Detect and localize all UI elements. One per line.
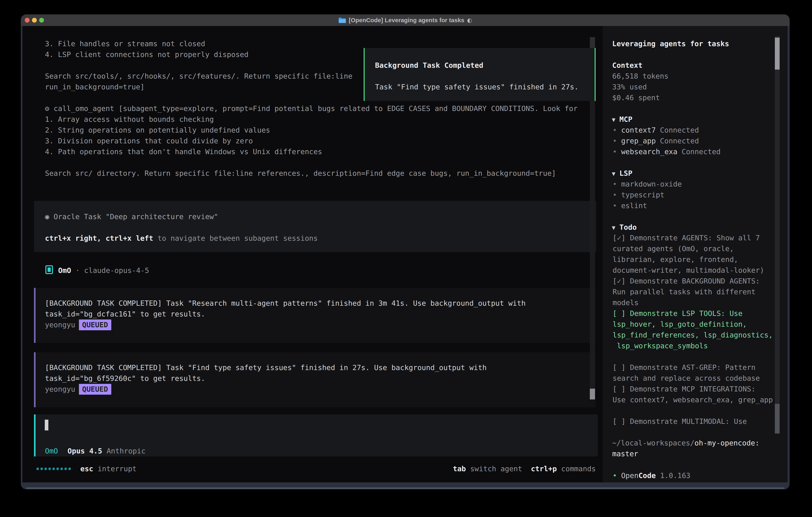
app-name-bold: Code bbox=[638, 471, 656, 480]
mcp-item: •websearch_exaConnected bbox=[613, 146, 721, 157]
version-row: •OpenCode 1.0.163 bbox=[613, 470, 690, 481]
folder-icon bbox=[339, 17, 346, 23]
agent-header: OmO · claude-opus-4-5 bbox=[46, 265, 149, 276]
todo-line: librarian, explore, frontend, bbox=[613, 254, 738, 265]
todo-line: [ ] Demonstrate AST-GREP: Pattern bbox=[613, 362, 755, 373]
bullet-icon: • bbox=[613, 201, 617, 210]
tab-key-label: tab bbox=[453, 465, 466, 473]
todo-section-header[interactable]: ▼Todo bbox=[612, 222, 637, 233]
bullet-icon: • bbox=[613, 126, 617, 134]
input-provider-name: Anthropic bbox=[107, 447, 145, 455]
spinner-dot bbox=[40, 468, 43, 470]
message-line: [BACKGROUND TASK COMPLETED] Task "Find t… bbox=[45, 362, 487, 373]
status-dot-icon: • bbox=[613, 471, 617, 480]
mcp-name: context7 bbox=[621, 126, 656, 134]
mcp-name: websearch_exa bbox=[621, 147, 677, 156]
chat-scrollbar-thumb[interactable] bbox=[590, 389, 595, 400]
toast-body: Task "Find type safety issues" finished … bbox=[375, 82, 579, 92]
lsp-heading: LSP bbox=[619, 169, 632, 177]
tool-call-line: Search src/ directory. Return specific f… bbox=[45, 168, 556, 179]
author-name: yeongyu bbox=[45, 321, 75, 329]
interrupt-label: interrupt bbox=[93, 465, 137, 473]
input-agent-name[interactable]: OmO bbox=[45, 447, 58, 455]
window-title: [OpenCode] Leveraging agents for tasks bbox=[349, 17, 464, 24]
scrollback-line: run_in_background=true] bbox=[45, 82, 145, 92]
hint-shortcut-right: ctrl+x right, bbox=[45, 234, 106, 242]
input-status-row: OmOOpus 4.5Anthropic bbox=[45, 446, 146, 456]
spinner-dot bbox=[49, 468, 51, 470]
workspace-path: ~/local-workspaces/oh-my-opencode: bbox=[612, 438, 759, 448]
app-name-regular: Open bbox=[621, 471, 639, 480]
tool-call-line: 2. String operations on potentially unde… bbox=[45, 125, 270, 136]
toast-notification bbox=[364, 48, 596, 101]
todo-line: [✓] Demonstrate AGENTS: Show all 7 bbox=[613, 233, 760, 243]
spinner-dot bbox=[57, 468, 59, 470]
author-name: yeongyu bbox=[45, 385, 75, 393]
half-moon-icon: ◐ bbox=[467, 17, 472, 24]
context-spent: $0.46 spent bbox=[612, 92, 660, 103]
mcp-item: •context7Connected bbox=[613, 125, 699, 136]
mcp-status: Connected bbox=[682, 147, 721, 156]
subagent-nav-hint: ctrl+x right, ctrl+x left to navigate be… bbox=[45, 233, 318, 244]
omo-agent-icon bbox=[46, 265, 53, 274]
message-line: task_id="bg_dcfac161" to get results. bbox=[45, 309, 205, 320]
hint-description: to navigate between subagent sessions bbox=[157, 234, 318, 242]
message-meta: yeongyuQUEUED bbox=[45, 384, 111, 394]
separator-dot: · bbox=[71, 266, 84, 274]
lsp-item: •markdown-oxide bbox=[613, 179, 682, 190]
todo-line-active: lsp_workspace_symbols bbox=[613, 341, 708, 351]
scrollback-line: 4. LSP client connections not properly d… bbox=[45, 49, 249, 60]
todo-line: [ ] Demonstrate MULTIMODAL: Use bbox=[613, 416, 747, 427]
agent-name: OmO bbox=[58, 266, 71, 274]
tool-call-line: 4. Path operations that don't handle Win… bbox=[45, 146, 322, 157]
window-bottom-edge bbox=[26, 488, 784, 489]
tool-call-line: 3. Division operations that could divide… bbox=[45, 136, 253, 146]
mcp-status: Connected bbox=[660, 137, 699, 145]
todo-line: Run parallel tasks with different bbox=[613, 287, 755, 297]
queued-badge: QUEUED bbox=[79, 320, 111, 330]
mcp-status: Connected bbox=[660, 126, 699, 134]
session-title: Leveraging agents for tasks bbox=[612, 38, 729, 49]
gear-icon: ⚙ bbox=[45, 104, 54, 113]
todo-line-active: lsp_find_references, lsp_diagnostics, bbox=[613, 330, 773, 341]
spinner-dot bbox=[68, 468, 71, 470]
oracle-task-text: Oracle Task "Deep architecture review" bbox=[54, 213, 218, 221]
mcp-name: grep_app bbox=[621, 137, 656, 145]
chat-scrollbar-top-segment bbox=[590, 37, 595, 48]
lsp-name: typescript bbox=[621, 191, 665, 199]
window-title-row: [OpenCode] Leveraging agents for tasks ◐ bbox=[21, 15, 790, 26]
spinner-dot bbox=[36, 468, 39, 470]
hint-shortcut-left: ctrl+x left bbox=[106, 234, 157, 242]
context-heading: Context bbox=[612, 60, 643, 71]
todo-line: Use context7, websearch_exa, grep_app bbox=[613, 394, 773, 405]
tool-call-line: ⚙ call_omo_agent [subagent_type=explore,… bbox=[45, 103, 578, 114]
lsp-section-header[interactable]: ▼LSP bbox=[612, 168, 632, 179]
todo-line: [✓] Demonstrate BACKGROUND AGENTS: bbox=[613, 276, 760, 287]
oracle-task-box bbox=[34, 201, 596, 252]
bullet-icon: • bbox=[613, 137, 617, 145]
mcp-heading: MCP bbox=[619, 115, 632, 124]
message-line: task_id="bg_6f59260c" to get results. bbox=[45, 373, 205, 384]
todo-line: search and replace across codebase bbox=[613, 373, 760, 384]
spinner-dot bbox=[45, 468, 47, 470]
app-version: 1.0.163 bbox=[656, 471, 690, 480]
lsp-name: eslint bbox=[621, 201, 647, 210]
message-meta: yeongyuQUEUED bbox=[45, 320, 111, 330]
oracle-task-title: ◉ Oracle Task "Deep architecture review" bbox=[45, 211, 218, 222]
spinner-dot bbox=[64, 468, 67, 470]
switch-agent-label: switch agent bbox=[466, 465, 531, 473]
esc-key-label: esc bbox=[80, 465, 93, 473]
sidebar-scrollbar-track[interactable] bbox=[775, 36, 780, 434]
scrollback-line: Search src/tools/, src/hooks/, src/featu… bbox=[45, 71, 352, 82]
ctrlp-key-label: ctrl+p bbox=[531, 465, 557, 473]
screen: [OpenCode] Leveraging agents for tasks ◐… bbox=[0, 0, 812, 517]
queued-badge: QUEUED bbox=[79, 384, 111, 394]
input-model-name[interactable]: Opus 4.5 bbox=[67, 447, 102, 455]
bullet-icon: • bbox=[613, 191, 617, 199]
message-line: [BACKGROUND TASK COMPLETED] Task "Resear… bbox=[45, 298, 526, 309]
mcp-section-header[interactable]: ▼MCP bbox=[612, 114, 632, 125]
chevron-down-icon: ▼ bbox=[612, 224, 615, 231]
todo-line: [ ] Demonstrate MCP INTEGRATIONS: bbox=[613, 384, 755, 394]
sidebar-scrollbar-thumb[interactable] bbox=[775, 37, 780, 70]
lsp-item: •eslint bbox=[613, 200, 647, 211]
